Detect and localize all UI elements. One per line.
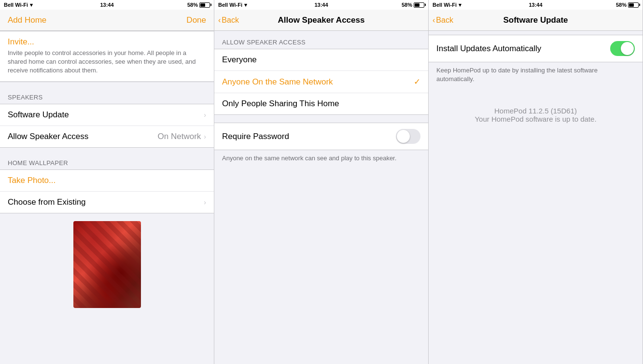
wallpaper-section-header: HOME WALLPAPER <box>0 152 214 169</box>
wifi-icon-2: ▾ <box>244 2 247 8</box>
same-network-option[interactable]: Anyone On the Same Network ✓ <box>214 71 428 93</box>
wallpaper-preview <box>73 221 141 308</box>
back-chevron-icon-2: ‹ <box>218 16 221 25</box>
status-bar-3: Bell Wi-Fi ▾ 13:44 58% <box>429 0 643 10</box>
software-update-item[interactable]: Software Update › <box>0 104 214 126</box>
chevron-icon-speaker: › <box>204 133 206 140</box>
everyone-option[interactable]: Everyone <box>214 49 428 71</box>
done-button[interactable]: Done <box>186 15 206 25</box>
battery-icon-2 <box>414 2 424 8</box>
wifi-icon-3: ▾ <box>459 2 461 8</box>
auto-update-toggle[interactable] <box>610 41 635 56</box>
allow-access-section-header: ALLOW SPEAKER ACCESS <box>214 31 428 49</box>
carrier-label-3: Bell Wi-Fi <box>433 2 457 8</box>
require-password-item[interactable]: Require Password <box>214 123 428 150</box>
battery-label-3: 58% <box>616 2 627 8</box>
spacer-3 <box>214 115 428 123</box>
time-3: 13:44 <box>529 2 542 8</box>
spacer-5 <box>429 91 643 99</box>
chevron-icon-wallpaper: › <box>204 198 206 206</box>
require-password-label: Require Password <box>222 132 289 141</box>
spacer-4 <box>429 31 643 35</box>
on-network-text: On Network <box>158 132 201 141</box>
status-bar-1: Bell Wi-Fi ▾ 13:44 58% <box>0 0 214 10</box>
panel-home-settings: Bell Wi-Fi ▾ 13:44 58% Add Home Done Inv… <box>0 0 214 364</box>
status-bar-2: Bell Wi-Fi ▾ 13:44 58% <box>214 0 428 10</box>
battery-icon-1 <box>199 2 210 8</box>
allow-speaker-value: On Network › <box>158 132 206 141</box>
nav-bar-2: ‹ Back Allow Speaker Access <box>214 10 428 31</box>
invite-item[interactable]: Invite... Invite people to control acces… <box>0 31 214 82</box>
invite-title[interactable]: Invite... <box>8 37 206 47</box>
auto-update-item[interactable]: Install Updates Automatically <box>429 35 643 62</box>
chevron-icon-software: › <box>204 111 206 119</box>
footer-note: Anyone on the same network can see and p… <box>214 150 428 167</box>
password-group: Require Password <box>214 123 428 150</box>
choose-existing-item[interactable]: Choose from Existing › <box>0 192 214 213</box>
battery-label-2: 58% <box>402 2 412 8</box>
panel-software-update: Bell Wi-Fi ▾ 13:44 58% ‹ Back Software U… <box>429 0 643 364</box>
sharing-only-option[interactable]: Only People Sharing This Home <box>214 93 428 114</box>
wifi-icon-1: ▾ <box>30 2 33 8</box>
auto-update-knob <box>621 42 634 55</box>
checkmark-icon: ✓ <box>414 77 420 87</box>
add-home-button[interactable]: Add Home <box>8 15 46 25</box>
version-number: HomePod 11.2.5 (15D61) <box>436 107 635 115</box>
panel-allow-speaker-access: Bell Wi-Fi ▾ 13:44 58% ‹ Back Allow Spea… <box>214 0 429 364</box>
allow-speaker-label: Allow Speaker Access <box>8 132 88 141</box>
panel3-content: Install Updates Automatically Keep HomeP… <box>429 31 643 364</box>
battery-icon-3 <box>628 2 639 8</box>
time-1: 13:44 <box>100 2 113 8</box>
carrier-label-1: Bell Wi-Fi <box>4 2 28 8</box>
auto-update-description: Keep HomePod up to date by installing th… <box>429 62 643 91</box>
speakers-section-header: SPEAKERS <box>0 86 214 104</box>
choose-existing-label: Choose from Existing <box>8 197 86 207</box>
battery-label-1: 58% <box>187 2 198 8</box>
time-2: 13:44 <box>314 2 328 8</box>
back-button-2[interactable]: ‹ Back <box>218 16 239 25</box>
auto-update-group: Install Updates Automatically <box>429 35 643 62</box>
version-info-container: HomePod 11.2.5 (15D61) Your HomePod soft… <box>429 99 643 131</box>
spacer-1 <box>0 82 214 86</box>
toggle-knob <box>397 130 410 143</box>
require-password-toggle[interactable] <box>396 129 420 144</box>
back-label-3: Back <box>436 16 453 25</box>
back-chevron-icon-3: ‹ <box>433 16 435 25</box>
nav-bar-3: ‹ Back Software Update <box>429 10 643 31</box>
back-label-2: Back <box>222 16 239 25</box>
auto-update-label: Install Updates Automatically <box>436 44 541 54</box>
invite-group: Invite... Invite people to control acces… <box>0 31 214 82</box>
sharing-only-label: Only People Sharing This Home <box>222 99 339 109</box>
speakers-group: Software Update › Allow Speaker Access O… <box>0 104 214 148</box>
software-update-value: › <box>204 111 206 119</box>
panel1-content: Invite... Invite people to control acces… <box>0 31 214 364</box>
software-update-label: Software Update <box>8 110 69 120</box>
take-photo-item[interactable]: Take Photo... <box>0 170 214 192</box>
access-options-group: Everyone Anyone On the Same Network ✓ On… <box>214 49 428 115</box>
panel2-content: ALLOW SPEAKER ACCESS Everyone Anyone On … <box>214 31 428 364</box>
same-network-label: Anyone On the Same Network <box>222 77 333 87</box>
wallpaper-group: Take Photo... Choose from Existing › <box>0 169 214 213</box>
everyone-label: Everyone <box>222 55 257 65</box>
nav-title-3: Software Update <box>503 15 568 25</box>
nav-title-2: Allow Speaker Access <box>278 15 365 25</box>
back-button-3[interactable]: ‹ Back <box>433 16 453 25</box>
spacer-2 <box>0 148 214 152</box>
take-photo-label[interactable]: Take Photo... <box>8 176 56 185</box>
carrier-label-2: Bell Wi-Fi <box>218 2 242 8</box>
version-status: Your HomePod software is up to date. <box>436 115 635 123</box>
invite-description: Invite people to control accessories in … <box>8 49 206 75</box>
allow-speaker-access-item[interactable]: Allow Speaker Access On Network › <box>0 126 214 147</box>
nav-bar-1: Add Home Done <box>0 10 214 31</box>
